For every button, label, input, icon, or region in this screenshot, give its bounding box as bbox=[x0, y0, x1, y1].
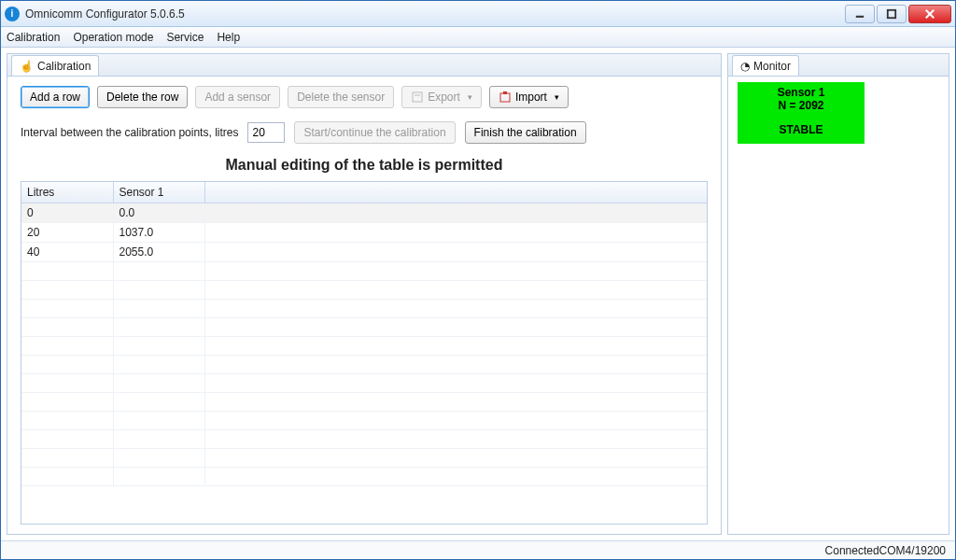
calibration-table: Litres Sensor 1 0 0.0 bbox=[21, 182, 707, 486]
svg-rect-6 bbox=[500, 93, 510, 102]
cell-sensor1[interactable]: 0.0 bbox=[113, 203, 204, 222]
add-sensor-button: Add a sensor bbox=[195, 86, 280, 108]
monitor-pane: ◔ Monitor Sensor 1 N = 2092 STABLE bbox=[727, 53, 949, 535]
cell-empty bbox=[204, 203, 707, 222]
maximize-icon bbox=[885, 7, 898, 21]
right-tabbar: ◔ Monitor bbox=[728, 54, 949, 77]
maximize-button[interactable] bbox=[877, 5, 907, 23]
table-row[interactable] bbox=[21, 355, 707, 373]
content-area: ☝ Calibration Add a row Delete the row A… bbox=[1, 48, 955, 540]
manual-edit-heading: Manual editing of the table is permitted bbox=[21, 157, 708, 174]
app-info-icon: i bbox=[5, 7, 20, 21]
tab-calibration[interactable]: ☝ Calibration bbox=[11, 55, 99, 76]
connection-status: ConnectedCOM4/19200 bbox=[825, 544, 946, 557]
monitor-gauge-icon: ◔ bbox=[740, 60, 750, 73]
sensor-n-value: N = 2092 bbox=[738, 99, 865, 112]
cell-litres[interactable]: 20 bbox=[21, 222, 113, 242]
table-row[interactable] bbox=[21, 448, 707, 467]
svg-rect-1 bbox=[888, 9, 895, 17]
table-row[interactable] bbox=[21, 373, 707, 392]
table-body: 0 0.0 20 1037.0 40 2055.0 bbox=[21, 203, 707, 485]
cell-litres[interactable]: 40 bbox=[21, 242, 113, 261]
menu-calibration[interactable]: Calibration bbox=[7, 31, 60, 44]
cell-empty bbox=[204, 242, 707, 261]
table-row[interactable] bbox=[21, 280, 707, 299]
col-header-empty bbox=[204, 182, 707, 203]
cell-sensor1[interactable]: 2055.0 bbox=[113, 242, 204, 261]
svg-rect-4 bbox=[413, 92, 422, 102]
cell-empty bbox=[204, 222, 707, 242]
table-row[interactable] bbox=[21, 429, 707, 448]
delete-row-button[interactable]: Delete the row bbox=[97, 86, 188, 108]
interval-row: Interval between the calibration points,… bbox=[21, 121, 708, 144]
minimize-icon bbox=[853, 7, 866, 21]
import-button[interactable]: Import ▾ bbox=[489, 86, 569, 108]
export-icon bbox=[411, 91, 424, 104]
menubar: Calibration Operation mode Service Help bbox=[1, 27, 955, 48]
titlebar: i Omnicomm Configurator 5.0.6.5 bbox=[1, 1, 955, 27]
menu-help[interactable]: Help bbox=[217, 31, 240, 44]
calibration-table-wrap: Litres Sensor 1 0 0.0 bbox=[21, 181, 708, 525]
tab-monitor[interactable]: ◔ Monitor bbox=[732, 55, 799, 76]
close-icon bbox=[923, 7, 936, 21]
table-row[interactable] bbox=[21, 261, 707, 280]
close-button[interactable] bbox=[908, 5, 951, 23]
sensor-status-card: Sensor 1 N = 2092 STABLE bbox=[738, 82, 865, 144]
table-row[interactable] bbox=[21, 336, 707, 355]
window-controls bbox=[845, 5, 951, 23]
menu-operation-mode[interactable]: Operation mode bbox=[73, 31, 153, 44]
sensor-name: Sensor 1 bbox=[738, 86, 865, 99]
delete-sensor-button: Delete the sensor bbox=[288, 86, 394, 108]
calibration-toolbar: Add a row Delete the row Add a sensor De… bbox=[21, 86, 708, 108]
table-row[interactable] bbox=[21, 392, 707, 411]
table-row[interactable] bbox=[21, 411, 707, 429]
finish-calibration-button[interactable]: Finish the calibration bbox=[465, 121, 586, 144]
export-button: Export ▾ bbox=[401, 86, 482, 108]
calibration-body: Add a row Delete the row Add a sensor De… bbox=[7, 77, 721, 534]
chevron-down-icon: ▾ bbox=[555, 92, 559, 102]
table-row[interactable] bbox=[21, 317, 707, 336]
start-continue-calibration-button: Start/continue the calibration bbox=[294, 121, 455, 144]
svg-rect-7 bbox=[503, 91, 507, 94]
table-row[interactable]: 0 0.0 bbox=[21, 203, 707, 222]
interval-label: Interval between the calibration points,… bbox=[21, 126, 238, 139]
cell-sensor1[interactable]: 1037.0 bbox=[113, 222, 204, 242]
table-header-row: Litres Sensor 1 bbox=[21, 182, 707, 203]
sensor-status: STABLE bbox=[738, 123, 865, 136]
col-header-litres[interactable]: Litres bbox=[21, 182, 113, 203]
tab-monitor-label: Monitor bbox=[753, 60, 791, 73]
import-icon bbox=[499, 91, 512, 104]
left-tabbar: ☝ Calibration bbox=[7, 54, 721, 77]
cell-litres[interactable]: 0 bbox=[21, 203, 113, 222]
col-header-sensor1[interactable]: Sensor 1 bbox=[113, 182, 204, 203]
table-row[interactable]: 40 2055.0 bbox=[21, 242, 707, 261]
monitor-body: Sensor 1 N = 2092 STABLE bbox=[728, 77, 949, 149]
table-row[interactable] bbox=[21, 467, 707, 485]
interval-input[interactable] bbox=[247, 122, 285, 143]
calibration-pane: ☝ Calibration Add a row Delete the row A… bbox=[7, 53, 722, 535]
statusbar: ConnectedCOM4/19200 bbox=[1, 540, 955, 559]
app-window: i Omnicomm Configurator 5.0.6.5 Calibrat… bbox=[0, 0, 956, 560]
tab-calibration-label: Calibration bbox=[37, 60, 91, 73]
window-title: Omnicomm Configurator 5.0.6.5 bbox=[25, 7, 845, 21]
table-row[interactable] bbox=[21, 299, 707, 317]
table-row[interactable]: 20 1037.0 bbox=[21, 222, 707, 242]
menu-service[interactable]: Service bbox=[166, 31, 204, 44]
add-row-button[interactable]: Add a row bbox=[21, 86, 90, 108]
calibration-hand-icon: ☝ bbox=[20, 60, 34, 73]
chevron-down-icon: ▾ bbox=[468, 92, 472, 102]
minimize-button[interactable] bbox=[845, 5, 875, 23]
